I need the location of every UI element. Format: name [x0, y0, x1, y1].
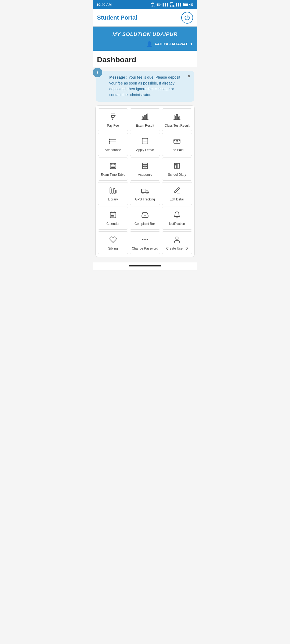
- calendar-label: Calendar: [106, 222, 119, 226]
- svg-rect-4: [174, 116, 176, 119]
- grid-item-calendar[interactable]: Calendar: [98, 207, 128, 230]
- class-test-result-label: Class Test Result: [165, 124, 189, 128]
- exam-result-label: Exam Result: [136, 124, 154, 128]
- grid-item-gps-tracking[interactable]: GPS Tracking: [130, 182, 160, 205]
- svg-rect-35: [110, 188, 111, 193]
- app-bar: Student Portal: [93, 9, 197, 27]
- school-diary-icon: [173, 162, 181, 171]
- svg-point-49: [144, 239, 146, 240]
- apply-leave-label: Apply Leave: [136, 148, 154, 152]
- class-test-result-icon: [173, 113, 181, 122]
- complaint-box-icon: [141, 211, 149, 220]
- status-time: 10:40 AM: [96, 3, 112, 7]
- create-user-id-icon: [173, 236, 181, 244]
- grid-item-change-password[interactable]: Change Password: [130, 231, 160, 254]
- grid-item-academic[interactable]: Academic: [130, 158, 160, 181]
- grid-item-fee-paid[interactable]: Fee Paid: [162, 133, 192, 156]
- sibling-label: Sibling: [108, 247, 118, 251]
- user-dropdown-arrow: ▼: [190, 42, 193, 46]
- close-button[interactable]: ✕: [187, 74, 191, 79]
- grid-item-school-diary[interactable]: School Diary: [162, 158, 192, 181]
- message-box: i ✕ Message : Your fee is due. Please de…: [96, 71, 194, 102]
- grid-item-apply-leave[interactable]: Apply Leave: [130, 133, 160, 156]
- grid-item-create-user-id[interactable]: Create User ID: [162, 231, 192, 254]
- battery-icon: [183, 3, 189, 6]
- grid-item-exam-result[interactable]: Exam Result: [130, 108, 160, 131]
- dashboard-title: Dashboard: [93, 51, 197, 67]
- dashboard-grid: Pay FeeExam ResultClass Test ResultAtten…: [98, 108, 192, 254]
- exam-time-table-icon: [109, 162, 117, 171]
- svg-rect-37: [114, 188, 115, 193]
- grid-container: Pay FeeExam ResultClass Test ResultAtten…: [95, 105, 195, 257]
- grid-item-attendance[interactable]: Attendance: [98, 133, 128, 156]
- svg-point-13: [109, 143, 110, 143]
- svg-rect-5: [176, 115, 178, 120]
- school-diary-label: School Diary: [168, 173, 186, 177]
- power-button[interactable]: [181, 12, 193, 24]
- attendance-label: Attendance: [105, 148, 121, 152]
- status-bar: 10:40 AM VoLTE 4G+ ▌▌▌ VoLTE ▌▌▌ 83: [93, 0, 197, 9]
- svg-point-51: [176, 237, 178, 239]
- change-password-label: Change Password: [132, 247, 158, 251]
- svg-rect-17: [174, 139, 180, 143]
- svg-rect-39: [142, 189, 146, 193]
- power-icon: [184, 15, 190, 21]
- svg-rect-38: [115, 190, 116, 193]
- sibling-icon: [109, 236, 117, 244]
- app-title: Student Portal: [97, 14, 137, 21]
- grid-item-exam-time-table[interactable]: Exam Time Table: [98, 158, 128, 181]
- user-avatar-icon: 👤: [146, 41, 152, 47]
- pay-fee-label: Pay Fee: [107, 124, 119, 128]
- message-label: Message :: [109, 75, 129, 79]
- gps-tracking-label: GPS Tracking: [135, 197, 155, 202]
- grid-item-complaint-box[interactable]: Complaint Box: [130, 207, 160, 230]
- complaint-box-label: Complaint Box: [135, 222, 155, 226]
- library-icon: [109, 187, 117, 195]
- header-banner: MY SOLUTION UDAIPUR 👤 AADIYA JAITAWAT ▼: [93, 27, 197, 51]
- grid-item-library[interactable]: Library: [98, 182, 128, 205]
- svg-rect-2: [147, 114, 148, 119]
- svg-rect-6: [179, 117, 180, 120]
- grid-item-edit-detail[interactable]: Edit Detail: [162, 182, 192, 205]
- gps-tracking-icon: [141, 187, 149, 195]
- create-user-id-label: Create User ID: [166, 247, 188, 251]
- grid-item-notification[interactable]: Notification: [162, 207, 192, 230]
- edit-detail-icon: [173, 187, 181, 195]
- message-text: Message : Your fee is due. Please deposi…: [109, 75, 184, 98]
- exam-time-table-label: Exam Time Table: [101, 173, 125, 177]
- fee-paid-label: Fee Paid: [171, 148, 183, 152]
- fee-paid-icon: [173, 137, 181, 146]
- svg-point-18: [176, 140, 178, 142]
- username: AADIYA JAITAWAT: [154, 42, 188, 46]
- user-row[interactable]: 👤 AADIYA JAITAWAT ▼: [97, 41, 193, 47]
- grid-item-pay-fee[interactable]: Pay Fee: [98, 108, 128, 131]
- status-icons: VoLTE 4G+ ▌▌▌ VoLTE ▌▌▌ 83: [150, 2, 194, 8]
- library-label: Library: [108, 197, 118, 202]
- svg-rect-47: [113, 215, 114, 216]
- pay-fee-icon: [109, 113, 117, 122]
- svg-rect-1: [144, 115, 146, 119]
- svg-rect-0: [142, 117, 143, 120]
- svg-rect-46: [111, 215, 113, 216]
- notification-icon: [173, 211, 181, 220]
- school-name: MY SOLUTION UDAIPUR: [97, 31, 193, 37]
- change-password-icon: [141, 236, 149, 244]
- info-icon: i: [93, 68, 102, 77]
- notification-label: Notification: [169, 222, 185, 226]
- attendance-icon: [109, 137, 117, 146]
- svg-point-48: [142, 239, 143, 240]
- svg-point-12: [109, 141, 110, 141]
- svg-rect-36: [112, 189, 113, 193]
- grid-item-class-test-result[interactable]: Class Test Result: [162, 108, 192, 131]
- battery-fill: [184, 3, 188, 6]
- home-indicator: [129, 265, 161, 266]
- edit-detail-label: Edit Detail: [170, 197, 184, 202]
- svg-point-50: [147, 239, 148, 240]
- apply-leave-icon: [141, 137, 149, 146]
- calendar-icon: [109, 211, 117, 220]
- svg-point-11: [109, 139, 110, 140]
- bottom-bar: [93, 262, 197, 270]
- academic-icon: [141, 162, 149, 171]
- academic-label: Academic: [138, 173, 152, 177]
- grid-item-sibling[interactable]: Sibling: [98, 231, 128, 254]
